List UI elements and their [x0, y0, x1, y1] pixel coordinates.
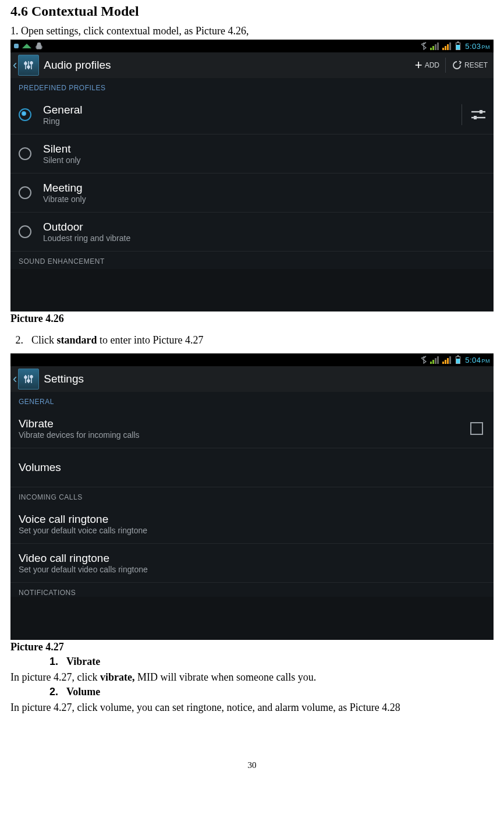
profile-row-meeting[interactable]: Meeting Vibrate only: [10, 174, 494, 213]
row-subtitle: Silent only: [43, 155, 487, 165]
svg-point-5: [30, 62, 33, 64]
svg-point-14: [27, 380, 30, 382]
battery-icon: [456, 43, 460, 50]
row-title: General: [43, 104, 453, 116]
radio-off-icon[interactable]: [19, 186, 31, 199]
svg-rect-8: [480, 110, 482, 114]
signal-2-icon: [442, 43, 451, 50]
profile-row-silent[interactable]: Silent Silent only: [10, 134, 494, 174]
row-title: Volumes: [19, 461, 487, 474]
row-subtitle: Set your default video calls ringtone: [19, 565, 487, 574]
video-ringtone-row[interactable]: Video call ringtone Set your default vid…: [10, 544, 494, 583]
status-bar: 5:04PM: [10, 353, 494, 366]
sub-2-body: In picture 4.27, click volume, you can s…: [10, 702, 494, 714]
signal-1-icon: [430, 43, 439, 50]
settings-app-icon[interactable]: [18, 369, 39, 390]
header-title: Settings: [44, 373, 491, 385]
sub-1-heading: Vibrate: [66, 656, 100, 668]
radio-off-icon[interactable]: [19, 225, 31, 238]
separator: [445, 58, 446, 73]
page-number: 30: [10, 760, 494, 770]
add-label: ADD: [425, 61, 439, 69]
radio-off-icon[interactable]: [19, 147, 31, 160]
sub-2-heading: Volume: [66, 686, 100, 698]
general-section-header: GENERAL: [10, 392, 494, 409]
status-clock: 5:03PM: [465, 42, 490, 51]
notifications-header: NOTIFICATIONS: [10, 583, 494, 597]
checkbox-unchecked-icon[interactable]: [470, 422, 483, 435]
add-button[interactable]: + ADD: [411, 58, 443, 73]
bluetooth-icon: [421, 356, 427, 364]
voice-ringtone-row[interactable]: Voice call ringtone Set your default voi…: [10, 505, 494, 544]
row-title: Silent: [43, 143, 487, 155]
svg-rect-9: [474, 116, 477, 119]
row-title: Vibrate: [19, 417, 470, 430]
row-subtitle: Ring: [43, 116, 453, 126]
row-title: Video call ringtone: [19, 552, 487, 565]
back-icon[interactable]: ‹: [13, 58, 17, 73]
svg-point-13: [24, 376, 27, 378]
picture-4-27-caption: Picture 4.27: [10, 641, 494, 653]
picture-4-26-caption: Picture 4.26: [10, 313, 494, 325]
row-title: Voice call ringtone: [19, 513, 487, 526]
sub-1-body: In picture 4.27, click vibrate, MID will…: [10, 671, 494, 684]
step-1-text: 1. Open settings, click contextual model…: [10, 25, 494, 37]
step-2-text: Click standard to enter into Picture 4.2…: [31, 334, 204, 346]
svg-point-15: [30, 376, 33, 378]
screenshot-2: 5:04PM ‹ Settings GENERAL Vibrate Vibrat…: [10, 353, 494, 640]
profile-row-general[interactable]: General Ring: [10, 95, 494, 134]
predefined-profiles-header: PREDEFINED PROFILES: [10, 78, 494, 95]
row-title: Meeting: [43, 182, 487, 194]
profile-row-outdoor[interactable]: Outdoor Loudest ring and vibrate: [10, 213, 494, 252]
equalizer-icon[interactable]: [470, 108, 487, 121]
settings-app-icon[interactable]: [18, 55, 39, 76]
incoming-calls-header: INCOMING CALLS: [10, 487, 494, 505]
sub-2-number: 2.: [45, 686, 58, 700]
screenshot-1: 5:03PM ‹ Audio profiles + ADD RESET: [10, 40, 494, 311]
row-subtitle: Set your default voice calls ringtone: [19, 526, 487, 535]
app-tray-icon: [14, 44, 19, 48]
status-bar: 5:03PM: [10, 40, 494, 52]
sound-enhancement-header: SOUND ENHANCEMENT: [10, 252, 494, 269]
row-subtitle: Loudest ring and vibrate: [43, 233, 487, 243]
download-icon: [22, 44, 31, 48]
header-title: Audio profiles: [44, 59, 411, 72]
svg-point-3: [24, 62, 27, 65]
section-heading: 4.6 Contextual Model: [10, 3, 494, 19]
reset-label: RESET: [464, 61, 488, 69]
reset-icon: [452, 60, 462, 70]
row-subtitle: Vibrate only: [43, 194, 487, 204]
signal-1-icon: [430, 356, 439, 364]
step-2-number: 2.: [10, 334, 23, 349]
radio-on-icon[interactable]: [19, 108, 31, 121]
bluetooth-icon: [421, 42, 427, 50]
sub-1-number: 1.: [45, 656, 58, 670]
separator: [462, 104, 462, 125]
vibrate-row[interactable]: Vibrate Vibrate devices for incoming cal…: [10, 409, 494, 448]
plus-icon: +: [415, 58, 423, 73]
status-clock: 5:04PM: [465, 356, 490, 364]
android-icon: [35, 43, 43, 49]
battery-icon: [456, 356, 460, 364]
back-icon[interactable]: ‹: [13, 371, 17, 387]
svg-point-4: [27, 66, 30, 68]
volumes-row[interactable]: Volumes: [10, 448, 494, 487]
app-header: ‹ Audio profiles + ADD RESET: [10, 52, 494, 78]
row-subtitle: Vibrate devices for incoming calls: [19, 430, 470, 440]
app-header: ‹ Settings: [10, 366, 494, 392]
signal-2-icon: [442, 356, 451, 364]
row-title: Outdoor: [43, 221, 487, 233]
reset-button[interactable]: RESET: [448, 60, 491, 70]
